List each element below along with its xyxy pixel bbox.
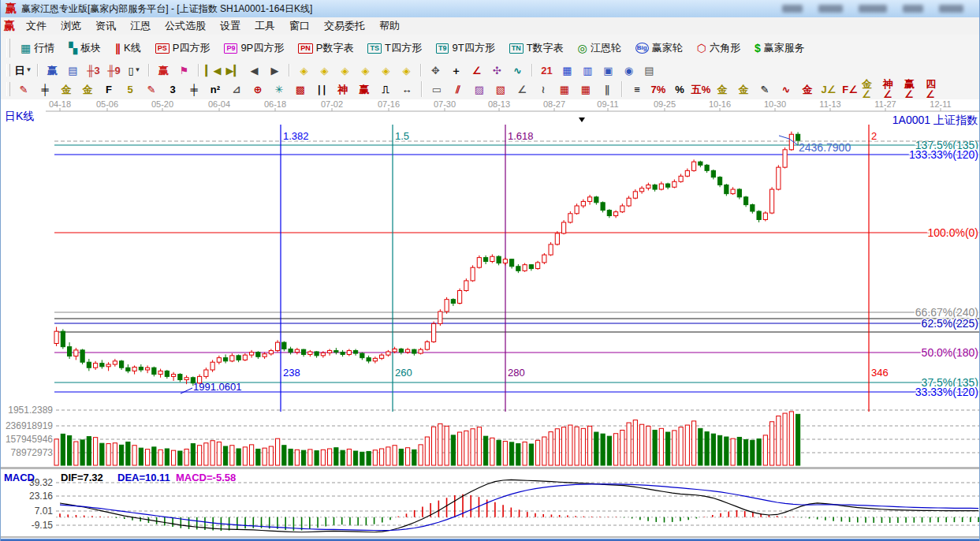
bars-tool-icon[interactable]: ≡	[627, 80, 647, 99]
four-angle-icon[interactable]: 四∠	[925, 80, 945, 99]
candle-pen-icon[interactable]: ✎	[755, 80, 775, 99]
ruler-123-icon[interactable]: ⎍	[375, 80, 396, 99]
gold-circle-icon[interactable]: 金	[712, 80, 732, 99]
drag-hand-icon[interactable]: ✥	[426, 62, 445, 79]
win-angle-icon[interactable]: 赢∠	[904, 80, 924, 99]
menu-item-文件[interactable]: 文件	[20, 17, 53, 35]
golden-section-a-icon[interactable]: 金	[56, 80, 76, 99]
winner-wheel-button[interactable]: Big赢家轮	[629, 36, 689, 60]
candle-style-icon[interactable]: ▯▼	[125, 62, 144, 79]
goto-last-icon[interactable]: ▶▎	[224, 62, 244, 79]
box-dashed-icon[interactable]: ▭	[427, 80, 447, 99]
winner-logo-icon[interactable]: 赢	[43, 62, 62, 79]
angle-lines-icon[interactable]: ∠	[512, 80, 532, 99]
golden-section-b-icon[interactable]: 金	[77, 80, 98, 99]
grid-marks-2-icon[interactable]: ╪	[184, 80, 204, 99]
zoom-reset-icon[interactable]: ◈	[397, 62, 416, 79]
win-grid-icon[interactable]: 赢	[354, 80, 374, 99]
quotes-button[interactable]: ▦行情	[14, 36, 61, 60]
page-prev-icon[interactable]: ◀	[244, 62, 264, 79]
color-chart-icon[interactable]: ⚑	[174, 62, 194, 79]
tick-lines-icon[interactable]: ∣∣	[311, 80, 332, 99]
calendar-21-icon[interactable]: 21	[537, 62, 557, 79]
menu-item-窗口[interactable]: 窗口	[283, 17, 316, 35]
menu-item-资讯[interactable]: 资讯	[89, 17, 122, 35]
wave-tool-icon[interactable]: ∿	[508, 62, 527, 79]
grid-marks-icon[interactable]: ╪	[35, 80, 55, 99]
print-icon[interactable]: ▤	[639, 62, 659, 79]
menu-item-工具[interactable]: 工具	[248, 17, 281, 35]
page-next-icon[interactable]: ▶	[265, 62, 285, 79]
purple-box-icon[interactable]: ▨	[469, 80, 490, 99]
fibonacci-icon[interactable]: F	[99, 80, 119, 99]
circle-3-icon[interactable]: 3	[162, 80, 183, 99]
menu-item-设置[interactable]: 设置	[214, 17, 247, 35]
zoom-h-expand-icon[interactable]: ◈	[335, 62, 355, 79]
percent-icon[interactable]: %	[669, 80, 690, 99]
shen-grid-icon[interactable]: 神	[333, 80, 353, 99]
pen-red-icon[interactable]: ✎	[13, 80, 34, 99]
macd-title[interactable]: MACD	[4, 472, 35, 483]
shen-angle-icon[interactable]: 神∠	[882, 80, 903, 99]
j-angle-icon[interactable]: J∠	[818, 80, 839, 99]
9t-square-button[interactable]: T99T四方形	[430, 36, 501, 60]
gold-angle-icon[interactable]: 金∠	[861, 80, 881, 99]
menu-item-公式选股[interactable]: 公式选股	[158, 17, 212, 35]
sectors-button[interactable]: ▚板块	[62, 36, 107, 60]
angle-line-icon[interactable]: ∠	[467, 62, 486, 79]
goto-first-icon[interactable]: ▎◀	[203, 62, 223, 79]
toolbar-grip[interactable]	[6, 82, 10, 96]
star-web-icon[interactable]: ✳	[269, 80, 289, 99]
box-fan-icon[interactable]: ▧	[490, 80, 511, 99]
menu-item-交易委托[interactable]: 交易委托	[318, 17, 371, 35]
report-list-icon[interactable]: ▥	[578, 62, 598, 79]
pen-red-2-icon[interactable]: ✎	[141, 80, 162, 99]
measure-h-icon[interactable]: ↔	[397, 80, 417, 99]
chart-export-icon[interactable]: ◉	[619, 62, 639, 79]
calculator-icon[interactable]: ▦	[557, 62, 577, 79]
zoom-left-icon[interactable]: ◈	[294, 62, 314, 79]
parallel-lines-icon[interactable]: ∥	[597, 80, 617, 99]
gann-wheel-button[interactable]: ◎江恩轮	[572, 36, 628, 60]
menu-item-帮助[interactable]: 帮助	[373, 17, 406, 35]
gold-line-icon[interactable]: 金	[733, 80, 754, 99]
notes-icon[interactable]: ▤	[63, 62, 83, 79]
percent-wu-icon[interactable]: 五%	[691, 80, 711, 99]
red-grid-a-icon[interactable]: ▦	[554, 80, 575, 99]
menu-item-浏览[interactable]: 浏览	[54, 17, 88, 35]
spiral-5-icon[interactable]: 5	[120, 80, 140, 99]
f-angle-icon[interactable]: F∠	[840, 80, 860, 99]
t-square-button[interactable]: TST四方形	[361, 36, 427, 60]
web-box-icon[interactable]: ▩	[290, 80, 311, 99]
red-grid-b-icon[interactable]: ▦	[576, 80, 596, 99]
win-red-icon[interactable]: 赢	[154, 62, 173, 79]
fan-lines-icon[interactable]: ⫽	[448, 80, 468, 99]
pattern-9-icon[interactable]: ╫9	[104, 62, 124, 79]
circle-cross-icon[interactable]: ⊕	[248, 80, 268, 99]
zoom-all-icon[interactable]: ◈	[376, 62, 396, 79]
percent-7-icon[interactable]: 7%	[648, 80, 669, 99]
save-icon[interactable]: ▣	[598, 62, 618, 79]
period-day-icon[interactable]: 日▼	[13, 62, 33, 79]
t-number-table-button[interactable]: TNT数字表	[503, 36, 570, 60]
kline-button[interactable]: ∥K线	[109, 36, 147, 60]
p-square-button[interactable]: PSP四方形	[149, 36, 217, 60]
red-curve-icon[interactable]: ∿	[776, 80, 796, 99]
9p-square-button[interactable]: P99P四方形	[218, 36, 290, 60]
zoom-h-shrink-icon[interactable]: ◈	[356, 62, 375, 79]
n-square-icon[interactable]: n²	[205, 80, 225, 99]
crosshair-icon[interactable]: ＋	[446, 62, 466, 79]
gann-tool-icon[interactable]: ✣	[487, 62, 507, 79]
zigzag-icon[interactable]: ≀	[533, 80, 553, 99]
winner-service-button[interactable]: $赢家服务	[748, 36, 811, 60]
gold-red-icon[interactable]: 金	[797, 80, 818, 99]
p-number-table-button[interactable]: PNP数字表	[292, 36, 360, 60]
toolbar-grip[interactable]	[6, 39, 10, 58]
pattern-3-icon[interactable]: ╫3	[84, 62, 103, 79]
menu-item-江恩[interactable]: 江恩	[124, 17, 157, 35]
zoom-right-icon[interactable]: ◈	[315, 62, 334, 79]
hexagon-button[interactable]: ⬡六角形	[691, 36, 747, 60]
mirror-angle-icon[interactable]: ⊿	[226, 80, 247, 99]
toolbar-grip[interactable]	[6, 64, 10, 76]
chart-area[interactable]: 04-1805-0605-2006-0406-1807-0207-1607-30…	[1, 99, 980, 539]
